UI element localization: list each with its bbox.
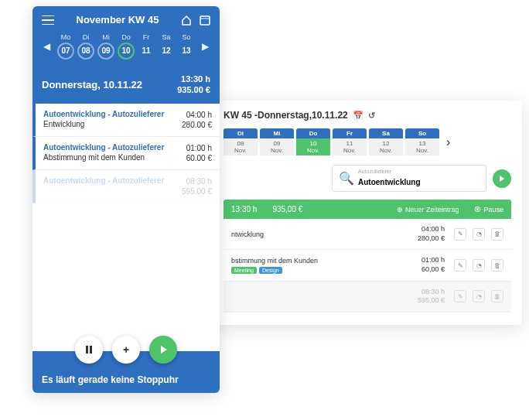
home-icon[interactable] bbox=[181, 15, 192, 26]
mobile-title: November KW 45 bbox=[77, 14, 159, 26]
timer-icon[interactable]: ◔ bbox=[473, 228, 485, 241]
edit-icon[interactable]: ✎ bbox=[454, 290, 466, 302]
mobile-view: November KW 45 ◀ Mo07Di08Mi09Do10Fr11Sa1… bbox=[32, 6, 220, 393]
desktop-title: KW 45 -Donnerstag,10.11.22 bbox=[224, 110, 348, 121]
timer-icon[interactable]: ◔ bbox=[473, 290, 485, 302]
summary-hours: 13:30 h bbox=[177, 73, 210, 84]
next-week-icon[interactable]: › bbox=[446, 135, 450, 149]
footer-status: Es läuft gerade keine Stoppuhr bbox=[42, 374, 210, 385]
desktop-view: KW 45 -Donnerstag,10.11.22 📅 ↺ Di08Nov.M… bbox=[213, 101, 522, 325]
svg-rect-0 bbox=[200, 16, 210, 25]
mobile-day-picker: ◀ Mo07Di08Mi09Do10Fr11Sa12So13 ▶ bbox=[42, 33, 210, 60]
search-input[interactable]: 🔍 Autozulieferer bbox=[332, 165, 486, 192]
week-day[interactable]: Sa12Nov. bbox=[369, 128, 403, 155]
add-button[interactable]: + bbox=[112, 336, 140, 364]
week-day[interactable]: Do10Nov. bbox=[296, 128, 330, 155]
week-day[interactable]: So13Nov. bbox=[405, 128, 439, 155]
desktop-header: KW 45 -Donnerstag,10.11.22 📅 ↺ bbox=[224, 110, 511, 121]
time-entry-row[interactable]: ntwicklung04:00 h280,00 €✎◔🗑 bbox=[224, 219, 511, 250]
week-day[interactable]: Fr11Nov. bbox=[333, 128, 367, 155]
summary-amount: 935.00 € bbox=[177, 84, 210, 95]
bar-hours: 13:30 h bbox=[231, 205, 257, 213]
time-entry-row[interactable]: bstimmung mit dem KundenMeetingDesign01:… bbox=[224, 250, 511, 281]
mobile-summary: Donnerstag, 10.11.22 13:30 h 935.00 € bbox=[32, 66, 220, 104]
timer-icon[interactable]: ◔ bbox=[473, 259, 485, 271]
mobile-header: November KW 45 ◀ Mo07Di08Mi09Do10Fr11Sa1… bbox=[32, 6, 220, 66]
history-icon[interactable]: ↺ bbox=[368, 111, 375, 121]
edit-icon[interactable]: ✎ bbox=[454, 259, 466, 271]
edit-icon[interactable]: ✎ bbox=[454, 228, 466, 241]
search-field[interactable] bbox=[358, 178, 480, 186]
next-week-icon[interactable]: ▶ bbox=[202, 41, 209, 52]
svg-rect-1 bbox=[86, 346, 88, 353]
desktop-summary-bar: 13:30 h 935,00 € ⊕ Neuer Zeiteintrag ⦿ P… bbox=[224, 200, 511, 219]
week-day[interactable]: Mi09Nov. bbox=[260, 128, 294, 155]
pause-button[interactable] bbox=[75, 336, 103, 364]
mobile-footer: + Es läuft gerade keine Stoppuhr bbox=[32, 351, 220, 393]
calendar-icon[interactable] bbox=[200, 15, 210, 26]
pause-button[interactable]: ⦿ Pause bbox=[474, 206, 503, 213]
summary-date: Donnerstag, 10.11.22 bbox=[42, 79, 142, 90]
start-timer-button[interactable] bbox=[493, 169, 511, 188]
delete-icon[interactable]: 🗑 bbox=[491, 228, 503, 241]
calendar-icon[interactable]: 📅 bbox=[353, 111, 363, 121]
week-day[interactable]: Di08Nov. bbox=[224, 128, 258, 155]
menu-icon[interactable] bbox=[42, 15, 54, 25]
delete-icon[interactable]: 🗑 bbox=[491, 259, 503, 271]
svg-rect-2 bbox=[90, 346, 92, 353]
bar-amount: 935,00 € bbox=[272, 205, 302, 213]
day-option[interactable]: So13 bbox=[178, 33, 195, 60]
time-entry[interactable]: Autoentwicklung - AutozuliefererAbstimmu… bbox=[32, 137, 220, 170]
desktop-entry-list: ntwicklung04:00 h280,00 €✎◔🗑bstimmung mi… bbox=[224, 219, 511, 312]
new-entry-button[interactable]: ⊕ Neuer Zeiteintrag bbox=[397, 206, 459, 213]
day-option[interactable]: Do10 bbox=[118, 33, 135, 60]
delete-icon[interactable]: 🗑 bbox=[491, 290, 503, 302]
day-option[interactable]: Fr11 bbox=[138, 33, 155, 60]
search-placeholder: Autozulieferer bbox=[358, 169, 480, 174]
time-entry[interactable]: Autoentwicklung - Autozulieferer08:30 h5… bbox=[32, 170, 220, 203]
desktop-week-strip: Di08Nov.Mi09Nov.Do10Nov.Fr11Nov.Sa12Nov.… bbox=[224, 128, 511, 155]
time-entry-row[interactable]: 08:30 h595,00 €✎◔🗑 bbox=[224, 282, 511, 312]
day-option[interactable]: Mi09 bbox=[97, 33, 114, 60]
time-entry[interactable]: Autoentwicklung - AutozuliefererEntwickl… bbox=[32, 104, 220, 137]
mobile-entry-list: Autoentwicklung - AutozuliefererEntwickl… bbox=[32, 104, 220, 351]
day-option[interactable]: Di08 bbox=[77, 33, 94, 60]
day-option[interactable]: Sa12 bbox=[158, 33, 175, 60]
search-icon: 🔍 bbox=[339, 171, 354, 186]
prev-week-icon[interactable]: ◀ bbox=[43, 41, 50, 52]
play-button[interactable] bbox=[149, 336, 177, 364]
day-option[interactable]: Mo07 bbox=[57, 33, 74, 60]
